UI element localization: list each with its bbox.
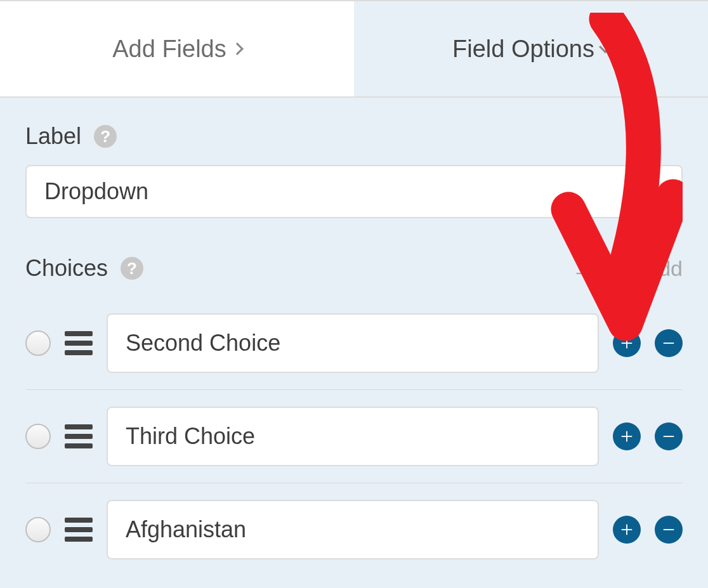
label-input[interactable]	[25, 165, 683, 218]
choice-input[interactable]	[107, 500, 599, 559]
remove-choice-button[interactable]	[655, 329, 683, 357]
drag-handle-icon[interactable]	[65, 424, 93, 448]
default-choice-radio[interactable]	[25, 330, 51, 356]
add-choice-button[interactable]	[613, 329, 641, 357]
bulk-add-button[interactable]: Bulk Add	[574, 256, 683, 281]
tab-field-options-label: Field Options	[452, 36, 594, 63]
add-choice-button[interactable]	[613, 516, 641, 544]
download-icon	[574, 259, 591, 277]
choices-section-title: Choices	[25, 255, 108, 282]
chevron-down-icon	[599, 41, 612, 53]
bulk-add-label: Bulk Add	[598, 256, 683, 281]
add-choice-button[interactable]	[613, 422, 641, 450]
tab-add-fields-label: Add Fields	[112, 36, 226, 63]
remove-choice-button[interactable]	[655, 516, 683, 544]
choice-input[interactable]	[107, 407, 599, 466]
chevron-right-icon	[231, 42, 244, 55]
tabs-container: Add Fields Field Options	[0, 1, 708, 98]
choices-header-left: Choices ?	[25, 255, 143, 282]
choice-row	[25, 483, 683, 576]
tab-add-fields[interactable]: Add Fields	[0, 1, 354, 96]
content-panel: Label ? Choices ? Bulk Add	[0, 98, 708, 576]
choice-row	[25, 390, 683, 483]
choice-input[interactable]	[107, 313, 599, 373]
help-icon[interactable]: ?	[121, 257, 143, 280]
drag-handle-icon[interactable]	[65, 518, 93, 542]
label-header-row: Label ?	[25, 123, 683, 150]
choices-header-row: Choices ? Bulk Add	[25, 255, 683, 282]
label-section-title: Label	[25, 123, 81, 150]
tab-field-options[interactable]: Field Options	[354, 1, 708, 96]
help-icon[interactable]: ?	[94, 125, 117, 148]
remove-choice-button[interactable]	[655, 422, 683, 450]
choice-row	[25, 297, 683, 390]
drag-handle-icon[interactable]	[65, 331, 93, 355]
default-choice-radio[interactable]	[25, 424, 51, 449]
default-choice-radio[interactable]	[25, 517, 51, 542]
